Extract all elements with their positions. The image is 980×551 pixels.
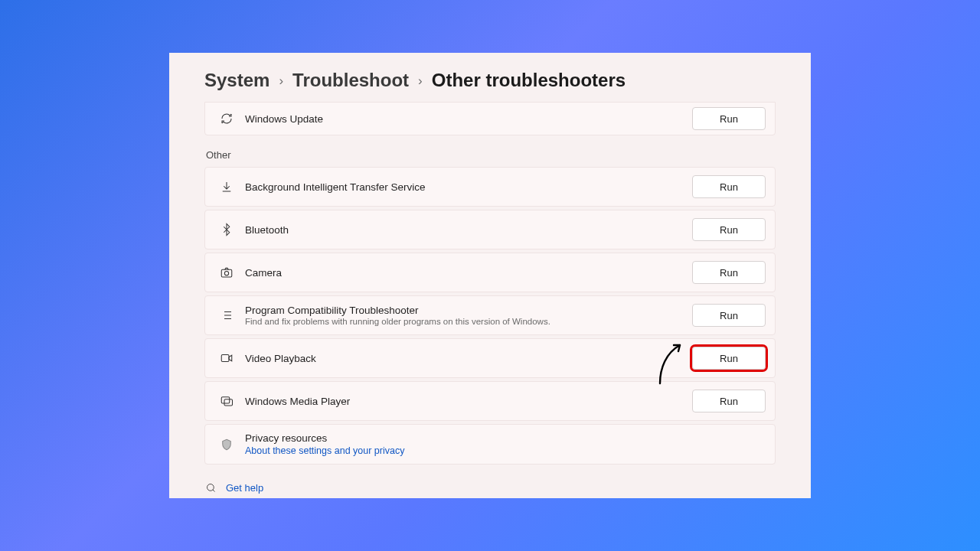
svg-point-5 (207, 484, 214, 491)
breadcrumb-system[interactable]: System (204, 70, 270, 91)
section-header-other: Other (206, 149, 776, 161)
row-label: Program Compatibility Troubleshooter (245, 305, 692, 316)
troubleshooter-row-program-compatibility: Program Compatibility Troubleshooter Fin… (204, 295, 776, 335)
row-label: Windows Media Player (245, 396, 692, 407)
privacy-title: Privacy resources (245, 432, 766, 444)
get-help-label: Get help (226, 482, 263, 494)
svg-point-1 (224, 272, 228, 276)
run-button[interactable]: Run (692, 304, 766, 327)
footer-links: Get help Quick assistance from a friend (204, 481, 776, 498)
chevron-right-icon: › (279, 73, 283, 89)
row-label: Background Intelligent Transfer Service (245, 181, 692, 193)
troubleshooter-row-wmp: Windows Media Player Run (204, 381, 776, 421)
svg-rect-0 (221, 269, 232, 277)
privacy-link[interactable]: About these settings and your privacy (245, 445, 766, 456)
get-help-link[interactable]: Get help (204, 481, 776, 494)
settings-window: System › Troubleshoot › Other troublesho… (169, 53, 811, 498)
privacy-resources-row: Privacy resources About these settings a… (204, 424, 776, 465)
breadcrumb-troubleshoot[interactable]: Troubleshoot (292, 70, 409, 91)
row-label: Camera (245, 267, 692, 279)
run-button[interactable]: Run (692, 107, 766, 130)
breadcrumb: System › Troubleshoot › Other troublesho… (204, 70, 776, 91)
camera-icon (216, 266, 237, 279)
download-icon (216, 180, 237, 194)
troubleshooter-row-video-playback: Video Playback Run (204, 338, 776, 378)
row-label: Bluetooth (245, 224, 692, 236)
troubleshooter-row-bits: Background Intelligent Transfer Service … (204, 167, 776, 207)
video-icon (216, 351, 237, 365)
svg-rect-2 (221, 355, 229, 362)
help-icon (204, 481, 217, 494)
run-button[interactable]: Run (692, 261, 766, 284)
troubleshooter-row-bluetooth: Bluetooth Run (204, 210, 776, 249)
run-button[interactable]: Run (692, 347, 766, 370)
svg-rect-4 (224, 399, 233, 406)
refresh-icon (216, 112, 237, 126)
row-label: Video Playback (245, 353, 692, 364)
row-label: Windows Update (245, 113, 692, 125)
troubleshooter-row-windows-update: Windows Update Run (204, 102, 776, 135)
troubleshooter-row-camera: Camera Run (204, 253, 776, 292)
breadcrumb-current: Other troubleshooters (432, 70, 626, 91)
run-button[interactable]: Run (692, 218, 766, 241)
media-icon (216, 394, 237, 408)
svg-rect-3 (221, 397, 230, 403)
run-button[interactable]: Run (692, 175, 766, 198)
chevron-right-icon: › (418, 73, 423, 89)
list-icon (216, 308, 237, 322)
shield-icon (216, 438, 237, 452)
bluetooth-icon (216, 223, 237, 236)
run-button[interactable]: Run (692, 390, 766, 412)
row-sublabel: Find and fix problems with running older… (245, 317, 692, 326)
